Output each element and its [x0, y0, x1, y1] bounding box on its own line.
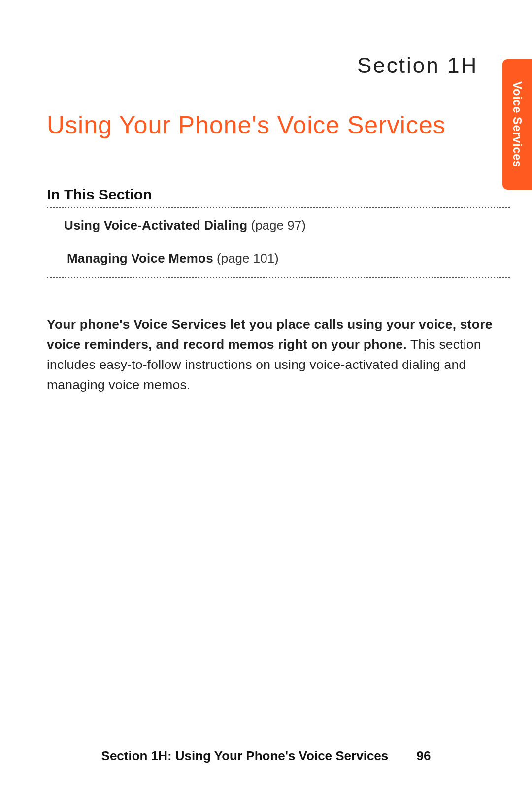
content-area: Section 1H Using Your Phone's Voice Serv…: [47, 0, 532, 798]
toc-list: Using Voice-Activated Dialing (page 97) …: [64, 216, 306, 282]
toc-item-label: Managing Voice Memos: [67, 251, 213, 266]
in-this-section-heading: In This Section: [47, 186, 152, 203]
toc-item-ref: (page 101): [213, 251, 279, 266]
toc-item-label: Using Voice-Activated Dialing: [64, 218, 247, 233]
section-label: Section 1H: [357, 53, 478, 78]
toc-item-ref: (page 97): [247, 218, 306, 233]
page-title: Using Your Phone's Voice Services: [47, 111, 446, 139]
toc-item: Using Voice-Activated Dialing (page 97): [64, 216, 306, 235]
footer-text: Section 1H: Using Your Phone's Voice Ser…: [101, 748, 389, 763]
footer-page-number: 96: [417, 748, 431, 763]
divider-dotted-bottom: [47, 277, 510, 278]
body-paragraph: Your phone's Voice Services let you plac…: [47, 314, 510, 395]
toc-item: Managing Voice Memos (page 101): [67, 249, 306, 268]
page: Voice Services Section 1H Using Your Pho…: [0, 0, 532, 798]
footer: Section 1H: Using Your Phone's Voice Ser…: [0, 748, 532, 764]
divider-dotted-top: [47, 207, 510, 208]
